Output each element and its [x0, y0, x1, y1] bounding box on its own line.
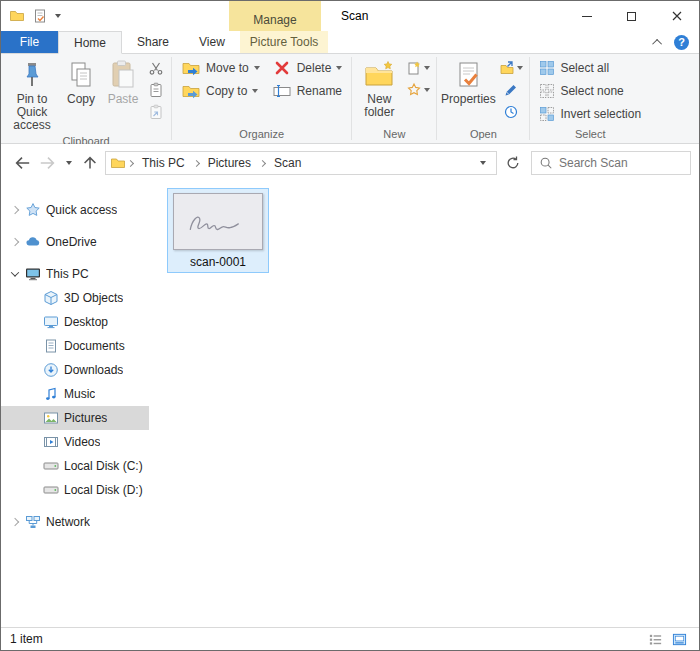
tab-view[interactable]: View: [184, 31, 240, 53]
select-none-button[interactable]: Select none: [533, 79, 647, 102]
dropdown-icon: [252, 89, 258, 93]
details-view-button[interactable]: [645, 630, 665, 648]
minimize-button[interactable]: [564, 1, 609, 31]
breadcrumb[interactable]: This PC Pictures Scan: [105, 151, 497, 175]
breadcrumb-item-pictures[interactable]: Pictures: [201, 152, 258, 174]
select-all-button[interactable]: Select all: [533, 56, 647, 79]
breadcrumb-item-this-pc[interactable]: This PC: [135, 152, 192, 174]
search-icon: [539, 156, 553, 170]
file-item-scan-0001[interactable]: scan-0001: [167, 188, 269, 273]
new-folder-button[interactable]: New folder: [355, 56, 403, 122]
edit-icon: [503, 82, 519, 98]
recent-locations-button[interactable]: [61, 150, 77, 176]
file-list[interactable]: scan-0001: [149, 182, 699, 627]
sidebar-item-desktop[interactable]: Desktop: [1, 310, 149, 334]
cut-button[interactable]: [144, 57, 168, 79]
properties-icon: [452, 59, 484, 91]
select-all-label: Select all: [560, 61, 609, 75]
rename-button[interactable]: Rename: [266, 79, 349, 102]
sidebar-item-3d-objects[interactable]: 3D Objects: [1, 286, 149, 310]
help-icon[interactable]: ?: [674, 35, 689, 50]
manage-contextual-header[interactable]: Manage: [229, 1, 321, 31]
sidebar-item-pictures[interactable]: Pictures: [1, 406, 149, 430]
ribbon-controls: ?: [655, 31, 699, 53]
videos-icon: [43, 434, 59, 450]
explorer-window-icon: [9, 8, 25, 24]
paste-label: Paste: [108, 93, 139, 106]
pin-icon: [16, 59, 48, 91]
pin-to-quick-access-button[interactable]: Pin to Quick access: [4, 56, 60, 135]
maximize-button[interactable]: [609, 1, 654, 31]
sidebar-item-documents[interactable]: Documents: [1, 334, 149, 358]
easy-access-button[interactable]: [403, 79, 433, 101]
open-icon: [499, 60, 515, 76]
delete-label: Delete: [297, 61, 332, 75]
ribbon: Pin to Quick access Copy Paste: [1, 54, 699, 144]
dropdown-icon: [254, 66, 260, 70]
sidebar-item-local-disk-d[interactable]: Local Disk (D:): [1, 478, 149, 502]
file-thumbnail: [173, 193, 263, 250]
up-button[interactable]: [77, 150, 103, 176]
qat-properties-icon[interactable]: [32, 8, 48, 24]
expand-chevron-icon[interactable]: [7, 519, 23, 525]
copy-icon: [65, 59, 97, 91]
forward-icon: [39, 154, 57, 172]
3d-objects-icon: [43, 290, 59, 306]
history-button[interactable]: [496, 101, 526, 123]
tab-home-label: Home: [74, 36, 106, 50]
search-box: [531, 151, 691, 175]
ribbon-tab-row: File Home Share View Picture Tools ?: [1, 31, 699, 54]
sidebar-item-label: Pictures: [64, 411, 107, 425]
edit-button[interactable]: [496, 79, 526, 101]
close-button[interactable]: [654, 1, 699, 31]
forward-button[interactable]: [35, 150, 61, 176]
sidebar-item-downloads[interactable]: Downloads: [1, 358, 149, 382]
new-item-button[interactable]: [403, 57, 433, 79]
paste-button[interactable]: Paste: [102, 56, 144, 109]
sidebar-item-network[interactable]: Network: [1, 510, 149, 534]
back-button[interactable]: [9, 150, 35, 176]
new-group-label: New: [352, 128, 436, 143]
qat-customize-chevron-icon[interactable]: [55, 14, 61, 18]
expand-chevron-icon[interactable]: [7, 239, 23, 245]
tab-file[interactable]: File: [1, 31, 58, 53]
address-dropdown-button[interactable]: [474, 152, 492, 174]
copy-button[interactable]: Copy: [60, 56, 102, 109]
sidebar-item-music[interactable]: Music: [1, 382, 149, 406]
tab-share[interactable]: Share: [122, 31, 184, 53]
window-title: Scan: [341, 1, 368, 31]
copy-to-button[interactable]: Copy to: [175, 79, 266, 102]
sidebar-item-onedrive[interactable]: OneDrive: [1, 230, 149, 254]
delete-button[interactable]: Delete: [266, 56, 349, 79]
invert-selection-button[interactable]: Invert selection: [533, 102, 647, 125]
search-input[interactable]: [559, 156, 683, 170]
expand-chevron-icon[interactable]: [7, 207, 23, 213]
view-toggles: [645, 630, 689, 648]
desktop-icon: [43, 314, 59, 330]
copy-path-button[interactable]: [144, 79, 168, 101]
properties-button[interactable]: Properties: [440, 56, 496, 109]
tab-home[interactable]: Home: [58, 31, 122, 54]
breadcrumb-item-scan[interactable]: Scan: [267, 152, 308, 174]
refresh-button[interactable]: [501, 151, 525, 175]
move-to-button[interactable]: Move to: [175, 56, 266, 79]
history-icon: [503, 104, 519, 120]
sidebar-item-this-pc[interactable]: This PC: [1, 262, 149, 286]
open-group-label: Open: [437, 128, 529, 143]
manage-label: Manage: [253, 13, 296, 27]
thumbnails-view-button[interactable]: [669, 630, 689, 648]
sidebar-item-videos[interactable]: Videos: [1, 430, 149, 454]
sidebar-item-local-disk-c[interactable]: Local Disk (C:): [1, 454, 149, 478]
up-icon: [81, 154, 99, 172]
dropdown-icon: [424, 88, 430, 92]
navigation-pane: Quick access OneDrive This PC 3D Objects: [1, 182, 149, 627]
collapse-chevron-icon[interactable]: [7, 271, 23, 277]
sidebar-item-label: OneDrive: [46, 235, 97, 249]
sidebar-item-quick-access[interactable]: Quick access: [1, 198, 149, 222]
details-view-icon: [648, 632, 663, 647]
collapse-ribbon-icon[interactable]: [652, 38, 662, 48]
tab-picture-tools[interactable]: Picture Tools: [240, 31, 328, 53]
open-button[interactable]: [496, 57, 526, 79]
paste-shortcut-button[interactable]: [144, 101, 168, 123]
tab-view-label: View: [199, 35, 225, 49]
